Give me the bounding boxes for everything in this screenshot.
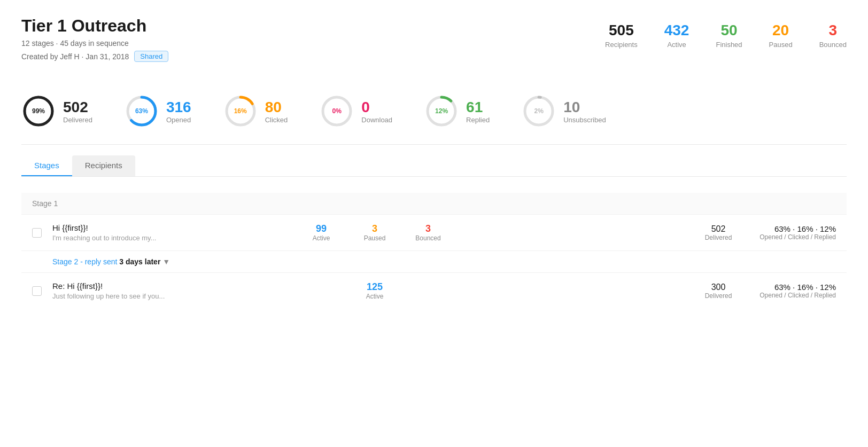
metric-text-opened: 316 Opened [166, 99, 191, 124]
metric-text-replied: 61 Replied [466, 99, 490, 124]
stage-connector[interactable]: Stage 2 - reply sent 3 days later ▼ [21, 250, 847, 272]
stage-header-stage1: Stage 1 [21, 193, 847, 214]
metric-opened: 63% 316 Opened [125, 94, 191, 128]
metric-value-replied: 61 [466, 99, 490, 116]
circle-label-delivered: 99% [32, 107, 45, 115]
row-title: Hi {{first}}! I'm reaching out to introd… [52, 223, 305, 242]
circle-label-replied: 12% [435, 107, 448, 115]
metric-label-unsubscribed: Unsubscribed [563, 116, 606, 124]
connector-link[interactable]: Stage 2 - reply sent [52, 257, 117, 266]
circle-label-clicked: 16% [234, 107, 247, 115]
row-subject: Re: Hi {{first}}! [52, 281, 359, 291]
metric-label-download: Download [361, 116, 392, 124]
row-title: Re: Hi {{first}}! Just following up here… [52, 281, 359, 300]
shared-badge: Shared [134, 51, 168, 62]
stat-value-active: 432 [664, 21, 689, 40]
stat-label-active: Active [667, 41, 686, 49]
summary-stat-bounced: 3 Bounced [819, 21, 847, 49]
metric-value-delivered: 502 [63, 99, 92, 116]
table-row[interactable]: Re: Hi {{first}}! Just following up here… [21, 272, 847, 309]
header-left: Tier 1 Outreach 12 stages · 45 days in s… [21, 16, 168, 62]
summary-stat-paused: 20 Paused [769, 21, 793, 49]
stages-section: Stage 1 Hi {{first}}! I'm reaching out t… [21, 187, 847, 314]
row-stat: 99 Active [305, 223, 337, 242]
page-header: Tier 1 Outreach 12 stages · 45 days in s… [21, 16, 847, 62]
row-stats: 125 Active [359, 281, 391, 300]
row-delivered: 300 Delivered [697, 283, 740, 300]
row-rates: 63% · 16% · 12% Opened / Clicked / Repli… [740, 224, 836, 241]
connector-delay: 3 days later [119, 257, 160, 266]
metric-download: 0% 0 Download [320, 94, 392, 128]
circle-opened: 63% [125, 94, 159, 128]
stat-label-recipients: Recipients [605, 41, 638, 49]
summary-stat-finished: 50 Finished [716, 21, 742, 49]
metric-unsubscribed: 2% 10 Unsubscribed [522, 94, 606, 128]
row-stat: 125 Active [359, 281, 391, 300]
summary-stat-recipients: 505 Recipients [605, 21, 638, 49]
metric-text-clicked: 80 Clicked [265, 99, 288, 124]
metric-label-delivered: Delivered [63, 116, 92, 124]
row-checkbox[interactable] [32, 286, 42, 296]
stat-value-recipients: 505 [609, 21, 634, 40]
stat-value-finished: 50 [720, 21, 737, 40]
tab-stages[interactable]: Stages [21, 155, 72, 176]
row-stat: 3 Paused [359, 223, 391, 242]
circle-label-opened: 63% [135, 107, 148, 115]
metric-label-replied: Replied [466, 116, 490, 124]
metric-clicked: 16% 80 Clicked [223, 94, 288, 128]
metric-value-clicked: 80 [265, 99, 288, 116]
metric-value-unsubscribed: 10 [563, 99, 606, 116]
metric-text-delivered: 502 Delivered [63, 99, 92, 124]
stat-label-bounced: Bounced [819, 41, 847, 49]
tab-recipients[interactable]: Recipients [72, 155, 135, 176]
row-stat: 3 Bounced [412, 223, 444, 242]
metric-text-unsubscribed: 10 Unsubscribed [563, 99, 606, 124]
row-checkbox[interactable] [32, 228, 42, 238]
row-subject: Hi {{first}}! [52, 223, 305, 232]
row-stats: 99 Active 3 Paused 3 Bounced [305, 223, 444, 242]
stat-value-paused: 20 [772, 21, 789, 40]
circle-label-download: 0% [332, 107, 342, 115]
created-by: Created by Jeff H · Jan 31, 2018 Shared [21, 51, 168, 62]
circle-label-unsubscribed: 2% [534, 107, 544, 115]
metric-value-opened: 316 [166, 99, 191, 116]
stat-label-paused: Paused [769, 41, 793, 49]
circle-delivered: 99% [21, 94, 56, 128]
metric-delivered: 99% 502 Delivered [21, 94, 92, 128]
circle-download: 0% [320, 94, 354, 128]
circle-clicked: 16% [223, 94, 258, 128]
tabs-container: StagesRecipients [21, 145, 847, 177]
summary-stat-active: 432 Active [664, 21, 689, 49]
metric-value-download: 0 [361, 99, 392, 116]
summary-stats: 505 Recipients 432 Active 50 Finished 20… [605, 16, 847, 49]
sequence-subtitle: 12 stages · 45 days in sequence [21, 39, 168, 48]
metric-replied: 12% 61 Replied [424, 94, 490, 128]
stat-value-bounced: 3 [829, 21, 838, 40]
metrics-row: 99% 502 Delivered 63% 316 Opened 16% 8 [21, 83, 847, 145]
circle-unsubscribed: 2% [522, 94, 556, 128]
row-preview: Just following up here to see if you... [52, 292, 359, 300]
page-title: Tier 1 Outreach [21, 16, 168, 36]
row-delivered: 502 Delivered [697, 224, 740, 241]
row-preview: I'm reaching out to introduce my... [52, 234, 305, 242]
stat-label-finished: Finished [716, 41, 742, 49]
metric-label-opened: Opened [166, 116, 191, 124]
table-row[interactable]: Hi {{first}}! I'm reaching out to introd… [21, 214, 847, 250]
row-rates: 63% · 16% · 12% Opened / Clicked / Repli… [740, 283, 836, 299]
metric-label-clicked: Clicked [265, 116, 288, 124]
circle-replied: 12% [424, 94, 459, 128]
metric-text-download: 0 Download [361, 99, 392, 124]
